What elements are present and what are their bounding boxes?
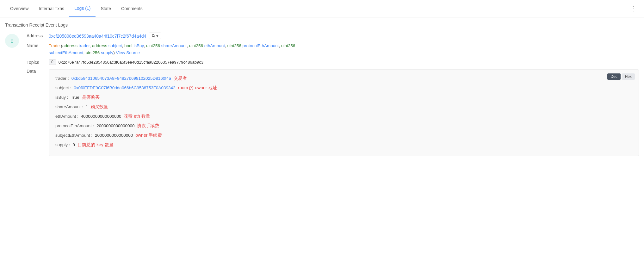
data-item: trader :0xbd584310654073A8F84827b6981020… (55, 75, 632, 82)
tab-internal-txns[interactable]: Internal Txns (34, 0, 69, 17)
name-comma6: , (279, 43, 281, 48)
data-annotation: 协议手续费 (137, 122, 159, 130)
topics-content: 0 0x2c76e7a47fd53e2854856ac3f0a5f3ee40d1… (49, 59, 203, 65)
data-annotation: 购买数量 (90, 103, 108, 111)
data-annotation: 花费 eth 数量 (124, 113, 150, 120)
data-rows: trader :0xbd584310654073A8F84827b6981020… (55, 75, 632, 149)
name-function-word: Trade (49, 43, 60, 48)
name-comma5: , (225, 43, 227, 48)
data-item: subject :0x0f0EFDE9C07f6B0dda066b6C95387… (55, 84, 632, 92)
data-annotation: 目前总的 key 数量 (77, 141, 114, 149)
data-label: Data (27, 68, 49, 74)
address-search-button[interactable]: ▾ (149, 33, 161, 39)
name-trader: trader (79, 43, 90, 48)
name-type8: uint256 (86, 50, 100, 55)
name-comma2: , (122, 43, 124, 48)
name-type6: uint256 (227, 43, 241, 48)
data-annotation: room 的 owner 地址 (178, 84, 217, 92)
name-subject: subject (108, 43, 122, 48)
name-isbuy: isBuy (133, 43, 144, 48)
data-item: isBuy :True是否购买 (55, 94, 632, 101)
name-label: Name (27, 42, 49, 48)
hex-button[interactable]: Hex (622, 73, 635, 80)
name-supply: supply (101, 50, 113, 55)
data-key: subjectEthAmount : (55, 132, 92, 139)
data-value: 40000000000000000 (81, 113, 121, 120)
data-value: 1 (86, 103, 88, 111)
svg-line-1 (154, 36, 155, 37)
data-key: isBuy : (55, 94, 68, 101)
log-details: Address 0xcf205808ed36593aa40a44f10c7f7c… (27, 33, 639, 159)
name-type3: bool (124, 43, 133, 48)
data-item: shareAmount :1购买数量 (55, 103, 632, 111)
name-subjectethamount: subjectEthAmount (49, 50, 84, 55)
topics-label: Topics (27, 59, 49, 65)
address-label: Address (27, 33, 49, 38)
section-title: Transaction Receipt Event Logs (5, 22, 639, 28)
log-entry: 0 Address 0xcf205808ed36593aa40a44f10c7f… (5, 33, 639, 159)
data-format-buttons: Dec Hex (607, 73, 635, 80)
data-item: ethAmount :40000000000000000花费 eth 数量 (55, 113, 632, 120)
name-shareamount: shareAmount (161, 43, 187, 48)
name-comma4: , (187, 43, 189, 48)
name-type7: uint256 (281, 43, 295, 48)
data-item: protocolEthAmount :2000000000000000协议手续费 (55, 122, 632, 130)
dec-button[interactable]: Dec (607, 73, 620, 80)
data-item: supply :9目前总的 key 数量 (55, 141, 632, 149)
name-type2: address (92, 43, 107, 48)
data-key: supply : (55, 141, 70, 149)
name-row: Name Trade (address trader, address subj… (27, 42, 639, 56)
name-paren-close: ) (113, 50, 115, 55)
address-content: 0xcf205808ed36593aa40a44f10c7f7c2f67d4a4… (49, 33, 161, 39)
address-row: Address 0xcf205808ed36593aa40a44f10c7f7c… (27, 33, 639, 39)
name-ethamount: ethAmount (204, 43, 225, 48)
name-comma3: , (144, 43, 146, 48)
data-annotation: 是否购买 (82, 94, 100, 101)
tab-overview[interactable]: Overview (5, 0, 34, 17)
name-params-part1: address (62, 43, 77, 48)
name-comma1: , (90, 43, 92, 48)
data-key: shareAmount : (55, 103, 83, 111)
data-value: 0x0f0EFDE9C07f6B0dda066b6C9538753F0A0393… (74, 85, 175, 92)
data-value: 0xbd584310654073A8F84827b698102025D8160f… (71, 75, 171, 82)
tab-comments[interactable]: Comments (116, 0, 148, 17)
name-content: Trade (address trader, address subject, … (49, 42, 295, 56)
name-type4: uint256 (146, 43, 160, 48)
data-item: subjectEthAmount :2000000000000000owner … (55, 132, 632, 139)
data-key: subject : (55, 85, 71, 92)
data-annotation: owner 手续费 (135, 132, 162, 139)
topic-hash: 0x2c76e7a47fd53e2854856ac3f0a5f3ee40d15c… (59, 60, 203, 65)
topic-index-badge: 0 (49, 59, 56, 65)
data-value: True (71, 94, 79, 101)
name-protocoethamount: protocolEthAmount (243, 43, 279, 48)
more-options-icon[interactable]: ⋮ (628, 2, 639, 15)
log-index: 0 (5, 34, 19, 48)
topics-row: Topics 0 0x2c76e7a47fd53e2854856ac3f0a5f… (27, 59, 639, 65)
data-value: 9 (73, 141, 75, 149)
view-source-link[interactable]: View Source (116, 50, 140, 55)
data-key: ethAmount : (55, 113, 78, 120)
data-row-container: Data Dec Hex trader :0xbd584310654073A8F… (27, 68, 639, 156)
name-comma7: , (84, 50, 86, 55)
data-annotation: 交易者 (174, 75, 187, 82)
tab-state[interactable]: State (96, 0, 116, 17)
data-value: 2000000000000000 (96, 122, 134, 130)
data-key: trader : (55, 75, 69, 82)
dropdown-arrow: ▾ (156, 34, 158, 38)
search-icon (152, 34, 156, 38)
tabs-bar: Overview Internal Txns Logs (1) State Co… (0, 0, 644, 17)
tab-logs[interactable]: Logs (1) (69, 0, 96, 17)
data-section: Dec Hex trader :0xbd584310654073A8F84827… (49, 69, 639, 156)
address-link[interactable]: 0xcf205808ed36593aa40a44f10c7f7c2f67d4a4… (49, 34, 146, 39)
data-value: 2000000000000000 (95, 132, 133, 139)
data-key: protocolEthAmount : (55, 122, 94, 130)
svg-point-0 (152, 34, 154, 37)
main-content: Transaction Receipt Event Logs 0 Address… (0, 17, 644, 164)
name-type5: uint256 (189, 43, 203, 48)
